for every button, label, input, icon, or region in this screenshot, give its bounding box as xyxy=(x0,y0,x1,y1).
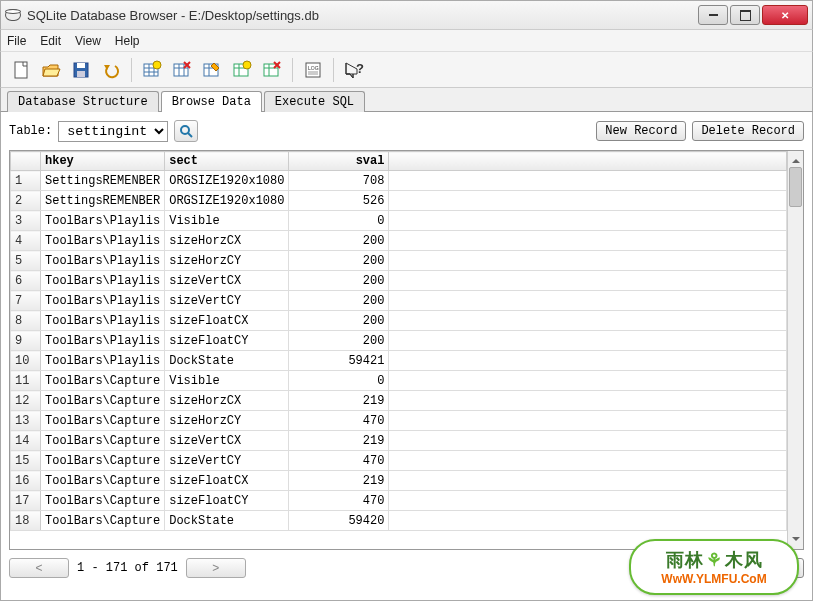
menu-help[interactable]: Help xyxy=(115,34,140,48)
maximize-button[interactable] xyxy=(730,5,760,25)
table-row[interactable]: 15ToolBars\CapturesizeVertCY470 xyxy=(11,451,787,471)
cell-hkey[interactable]: ToolBars\Playlis xyxy=(41,311,165,331)
cell-sect[interactable]: sizeFloatCY xyxy=(165,491,289,511)
table-row[interactable]: 3ToolBars\PlaylisVisible0 xyxy=(11,211,787,231)
table-row[interactable]: 13ToolBars\CapturesizeHorzCY470 xyxy=(11,411,787,431)
menu-view[interactable]: View xyxy=(75,34,101,48)
cell-hkey[interactable]: ToolBars\Playlis xyxy=(41,211,165,231)
menu-file[interactable]: File xyxy=(7,34,26,48)
cell-sect[interactable]: ORGSIZE1920x1080 xyxy=(165,171,289,191)
cell-hkey[interactable]: ToolBars\Capture xyxy=(41,431,165,451)
cell-sval[interactable]: 59420 xyxy=(289,511,389,531)
open-file-icon[interactable] xyxy=(37,56,65,84)
minimize-button[interactable] xyxy=(698,5,728,25)
cell-sect[interactable]: sizeHorzCX xyxy=(165,391,289,411)
new-record-button[interactable]: New Record xyxy=(596,121,686,141)
cell-hkey[interactable]: ToolBars\Playlis xyxy=(41,331,165,351)
table-row[interactable]: 9ToolBars\PlaylissizeFloatCY200 xyxy=(11,331,787,351)
cell-sval[interactable]: 200 xyxy=(289,231,389,251)
table-row[interactable]: 14ToolBars\CapturesizeVertCX219 xyxy=(11,431,787,451)
col-hkey[interactable]: hkey xyxy=(41,152,165,171)
cell-sect[interactable]: sizeHorzCY xyxy=(165,251,289,271)
cell-sect[interactable]: Visible xyxy=(165,211,289,231)
save-icon[interactable] xyxy=(67,56,95,84)
cell-sval[interactable]: 0 xyxy=(289,371,389,391)
cell-sect[interactable]: sizeFloatCY xyxy=(165,331,289,351)
cell-sect[interactable]: sizeHorzCY xyxy=(165,411,289,431)
undo-icon[interactable] xyxy=(97,56,125,84)
cell-hkey[interactable]: ToolBars\Playlis xyxy=(41,291,165,311)
tab-database-structure[interactable]: Database Structure xyxy=(7,91,159,112)
cell-sect[interactable]: sizeVertCX xyxy=(165,271,289,291)
cell-sval[interactable]: 59421 xyxy=(289,351,389,371)
cell-sval[interactable]: 0 xyxy=(289,211,389,231)
cell-sect[interactable]: Visible xyxy=(165,371,289,391)
cell-hkey[interactable]: ToolBars\Playlis xyxy=(41,231,165,251)
cell-hkey[interactable]: SettingsREMENBER xyxy=(41,191,165,211)
cell-hkey[interactable]: ToolBars\Playlis xyxy=(41,251,165,271)
cell-sval[interactable]: 219 xyxy=(289,431,389,451)
table-row[interactable]: 4ToolBars\PlaylissizeHorzCX200 xyxy=(11,231,787,251)
create-index-icon[interactable] xyxy=(228,56,256,84)
cell-sval[interactable]: 470 xyxy=(289,451,389,471)
modify-table-icon[interactable] xyxy=(198,56,226,84)
table-row[interactable]: 17ToolBars\CapturesizeFloatCY470 xyxy=(11,491,787,511)
tab-execute-sql[interactable]: Execute SQL xyxy=(264,91,365,112)
table-row[interactable]: 18ToolBars\CaptureDockState59420 xyxy=(11,511,787,531)
cell-sval[interactable]: 526 xyxy=(289,191,389,211)
cell-hkey[interactable]: ToolBars\Capture xyxy=(41,471,165,491)
cell-hkey[interactable]: ToolBars\Capture xyxy=(41,511,165,531)
table-row[interactable]: 16ToolBars\CapturesizeFloatCX219 xyxy=(11,471,787,491)
cell-hkey[interactable]: ToolBars\Capture xyxy=(41,371,165,391)
col-sval[interactable]: sval xyxy=(289,152,389,171)
prev-page-button[interactable]: < xyxy=(9,558,69,578)
table-row[interactable]: 5ToolBars\PlaylissizeHorzCY200 xyxy=(11,251,787,271)
cell-sval[interactable]: 708 xyxy=(289,171,389,191)
log-icon[interactable]: LOG xyxy=(299,56,327,84)
table-row[interactable]: 1SettingsREMENBERORGSIZE1920x1080708 xyxy=(11,171,787,191)
table-row[interactable]: 8ToolBars\PlaylissizeFloatCX200 xyxy=(11,311,787,331)
cell-sect[interactable]: ORGSIZE1920x1080 xyxy=(165,191,289,211)
cell-hkey[interactable]: SettingsREMENBER xyxy=(41,171,165,191)
table-row[interactable]: 6ToolBars\PlaylissizeVertCX200 xyxy=(11,271,787,291)
delete-index-icon[interactable] xyxy=(258,56,286,84)
cell-sval[interactable]: 219 xyxy=(289,471,389,491)
cell-sval[interactable]: 470 xyxy=(289,491,389,511)
table-row[interactable]: 12ToolBars\CapturesizeHorzCX219 xyxy=(11,391,787,411)
delete-record-button[interactable]: Delete Record xyxy=(692,121,804,141)
tab-browse-data[interactable]: Browse Data xyxy=(161,91,262,112)
cell-sval[interactable]: 200 xyxy=(289,271,389,291)
cell-sect[interactable]: sizeVertCY xyxy=(165,291,289,311)
col-sect[interactable]: sect xyxy=(165,152,289,171)
cell-sval[interactable]: 200 xyxy=(289,251,389,271)
scrollbar-thumb[interactable] xyxy=(789,167,802,207)
cell-sval[interactable]: 200 xyxy=(289,291,389,311)
cell-hkey[interactable]: ToolBars\Capture xyxy=(41,391,165,411)
cell-sval[interactable]: 200 xyxy=(289,311,389,331)
cell-sval[interactable]: 219 xyxy=(289,391,389,411)
cell-hkey[interactable]: ToolBars\Playlis xyxy=(41,271,165,291)
whats-this-icon[interactable]: ? xyxy=(340,56,368,84)
cell-sect[interactable]: sizeVertCX xyxy=(165,431,289,451)
table-row[interactable]: 2SettingsREMENBERORGSIZE1920x1080526 xyxy=(11,191,787,211)
table-row[interactable]: 11ToolBars\CaptureVisible0 xyxy=(11,371,787,391)
table-row[interactable]: 7ToolBars\PlaylissizeVertCY200 xyxy=(11,291,787,311)
new-file-icon[interactable] xyxy=(7,56,35,84)
menu-edit[interactable]: Edit xyxy=(40,34,61,48)
delete-table-icon[interactable] xyxy=(168,56,196,84)
vertical-scrollbar[interactable] xyxy=(787,151,803,549)
create-table-icon[interactable] xyxy=(138,56,166,84)
cell-hkey[interactable]: ToolBars\Capture xyxy=(41,411,165,431)
next-page-button[interactable]: > xyxy=(186,558,246,578)
cell-sval[interactable]: 470 xyxy=(289,411,389,431)
close-button[interactable] xyxy=(762,5,808,25)
cell-sect[interactable]: sizeFloatCX xyxy=(165,311,289,331)
cell-sect[interactable]: sizeVertCY xyxy=(165,451,289,471)
search-button[interactable] xyxy=(174,120,198,142)
table-select[interactable]: settingint xyxy=(58,121,168,142)
cell-sect[interactable]: sizeHorzCX xyxy=(165,231,289,251)
cell-sect[interactable]: DockState xyxy=(165,351,289,371)
cell-sect[interactable]: DockState xyxy=(165,511,289,531)
cell-sval[interactable]: 200 xyxy=(289,331,389,351)
cell-hkey[interactable]: ToolBars\Capture xyxy=(41,491,165,511)
